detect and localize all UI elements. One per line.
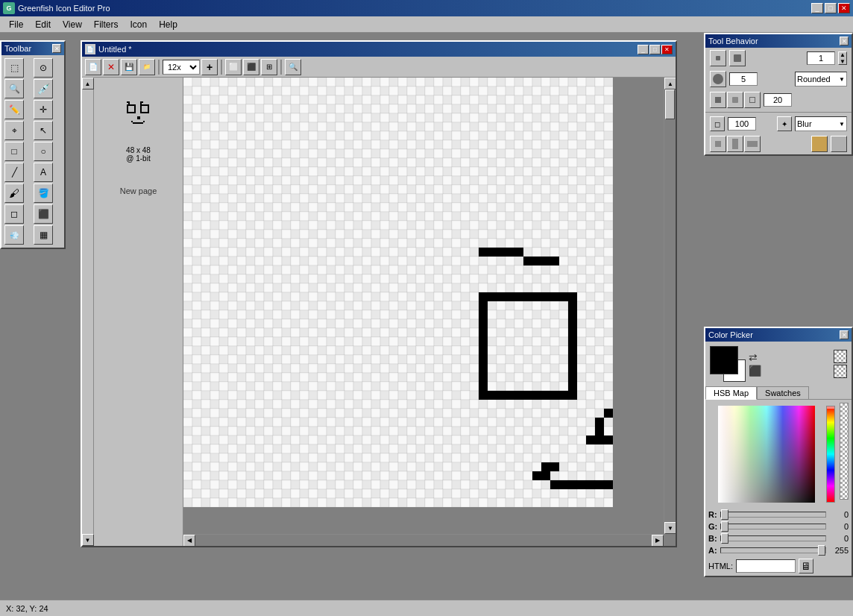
- search-button[interactable]: 🔍: [285, 59, 301, 75]
- menu-view[interactable]: View: [57, 18, 88, 31]
- transparent-icon-2[interactable]: [834, 365, 847, 378]
- add-zoom-button[interactable]: +: [201, 59, 218, 75]
- tool-move[interactable]: ✛: [34, 100, 53, 119]
- rounded-dropdown[interactable]: Rounded ▼: [795, 72, 847, 87]
- color-picker-titlebar: Color Picker ✕: [705, 328, 852, 342]
- tab-hsb-map[interactable]: HSB Map: [705, 386, 757, 400]
- menu-edit[interactable]: Edit: [29, 18, 57, 31]
- minimize-button[interactable]: _: [811, 3, 823, 13]
- scroll-up-left[interactable]: ▲: [82, 78, 94, 89]
- scroll-up[interactable]: ▲: [664, 78, 676, 89]
- tool-eyedropper[interactable]: 💉: [34, 79, 53, 98]
- tool-ellipse[interactable]: ○: [34, 142, 53, 161]
- tool-pencil[interactable]: ✏️: [4, 100, 24, 119]
- brush-sq1-btn[interactable]: [710, 92, 726, 108]
- doc-minimize[interactable]: _: [638, 45, 649, 54]
- brush-size-3-input[interactable]: 20: [764, 93, 792, 107]
- pixel-canvas[interactable]: [183, 78, 664, 534]
- scroll-left[interactable]: ◀: [183, 535, 195, 547]
- dual-view-button[interactable]: ⬛: [243, 59, 259, 75]
- close-button[interactable]: ✕: [838, 3, 850, 13]
- tool-select2[interactable]: ↖: [34, 121, 53, 140]
- brush-size-2-input[interactable]: 5: [729, 72, 758, 86]
- color-grey-btn[interactable]: [831, 136, 847, 152]
- brush-type-row: 5 Rounded ▼: [705, 69, 852, 89]
- brush-sq2-btn[interactable]: [727, 92, 743, 108]
- canvas-area[interactable]: ▲ ▼ ◀ ▶: [183, 78, 676, 546]
- tool-text[interactable]: A: [34, 163, 53, 182]
- new-page-label[interactable]: New page: [120, 186, 157, 195]
- tool-grid[interactable]: ▦: [34, 225, 53, 245]
- single-view-button[interactable]: ⬜: [225, 59, 242, 75]
- scroll-right[interactable]: ▶: [652, 535, 664, 547]
- tool-stamp[interactable]: ⬛: [34, 204, 53, 224]
- opacity-input[interactable]: 100: [728, 117, 756, 131]
- menu-icon[interactable]: Icon: [125, 18, 154, 31]
- tool-line[interactable]: ╱: [4, 163, 24, 182]
- hsb-gradient[interactable]: [718, 406, 815, 503]
- menu-help[interactable]: Help: [153, 18, 183, 31]
- scroll-down-left[interactable]: ▼: [82, 534, 94, 546]
- menu-filters[interactable]: Filters: [88, 18, 125, 31]
- grid-view-button[interactable]: ⊞: [261, 59, 277, 75]
- tool-rect-select[interactable]: ⬚: [4, 58, 24, 78]
- brush-size-input[interactable]: 1: [807, 51, 835, 65]
- size-small-btn[interactable]: [710, 50, 726, 66]
- hue-indicator: [827, 406, 834, 409]
- tool-airbrush[interactable]: 💨: [4, 225, 24, 245]
- extra-btn-2[interactable]: [727, 136, 743, 152]
- a-slider[interactable]: [720, 547, 826, 553]
- r-slider[interactable]: [720, 512, 826, 518]
- hue-slider[interactable]: [826, 406, 835, 503]
- extra-btn-1[interactable]: [710, 136, 726, 152]
- tool-transform[interactable]: ⌖: [4, 121, 24, 140]
- brush-sq3-btn[interactable]: [744, 92, 761, 108]
- eraser-icon-btn[interactable]: ◻: [710, 116, 725, 131]
- brush-size-spin[interactable]: ▲▼: [838, 51, 847, 65]
- color-picker-tabs: HSB Map Swatches: [705, 386, 852, 400]
- g-slider[interactable]: [720, 524, 826, 529]
- blur-icon-btn[interactable]: ✦: [777, 116, 792, 131]
- menu-file[interactable]: File: [3, 18, 29, 31]
- extra-row: [705, 133, 852, 154]
- b-slider[interactable]: [720, 535, 826, 541]
- toolbar-close-button[interactable]: ✕: [52, 44, 61, 53]
- close-file-button[interactable]: ✕: [103, 59, 119, 75]
- new-file-button[interactable]: 📄: [85, 59, 101, 75]
- color-picker-close[interactable]: ✕: [840, 330, 849, 339]
- color-picker-btn[interactable]: 🖥: [799, 559, 813, 573]
- canvas-scrollbar-h[interactable]: ◀ ▶: [183, 534, 664, 546]
- tool-behavior-close[interactable]: ✕: [840, 37, 849, 45]
- maximize-button[interactable]: □: [825, 3, 837, 13]
- tool-zoom[interactable]: 🔍: [4, 79, 24, 98]
- doc-close[interactable]: ✕: [661, 45, 673, 54]
- blur-dropdown[interactable]: Blur ▼: [795, 116, 847, 131]
- tool-free-select[interactable]: ⊙: [34, 58, 53, 78]
- size-medium-btn[interactable]: [729, 50, 746, 66]
- extra-group: [710, 136, 761, 152]
- tool-eraser[interactable]: ◻: [4, 204, 24, 224]
- brush-round-btn[interactable]: [710, 71, 726, 87]
- swap-colors-icon[interactable]: ⇄: [749, 351, 761, 363]
- extra-btn-3[interactable]: [744, 136, 761, 152]
- color-swatch-btn[interactable]: [811, 136, 828, 152]
- scroll-down[interactable]: ▼: [664, 522, 676, 534]
- canvas-scrollbar-v[interactable]: ▲ ▼: [664, 78, 676, 534]
- alpha-slider-v[interactable]: [840, 403, 849, 500]
- doc-restore[interactable]: □: [649, 45, 661, 54]
- drawing-canvas[interactable]: [183, 78, 613, 507]
- transparent-icon[interactable]: [834, 350, 847, 363]
- tool-fill-bucket[interactable]: 🪣: [34, 183, 53, 203]
- left-scroll: ▲ ▼: [82, 78, 94, 546]
- foreground-color-swatch[interactable]: [710, 346, 738, 374]
- default-colors-icon[interactable]: ⬛: [749, 365, 761, 377]
- html-color-input[interactable]: #000000: [736, 559, 796, 573]
- tab-swatches[interactable]: Swatches: [757, 386, 809, 399]
- save-small-button[interactable]: 📁: [139, 59, 155, 75]
- svg-rect-6: [127, 104, 136, 106]
- tool-rect-shape[interactable]: □: [4, 142, 24, 161]
- save-button[interactable]: 💾: [121, 59, 137, 75]
- tool-brush[interactable]: 🖌: [4, 183, 24, 203]
- zoom-select[interactable]: 12x 8x 4x 2x 1x: [163, 60, 200, 75]
- scroll-thumb-v[interactable]: [665, 89, 675, 119]
